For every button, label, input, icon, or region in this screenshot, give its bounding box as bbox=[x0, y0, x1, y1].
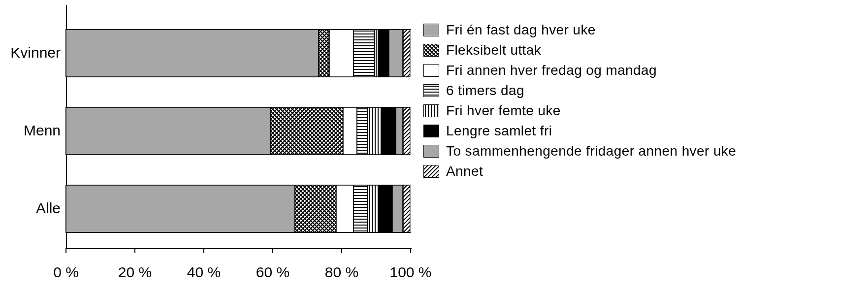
category-label-alle: Alle bbox=[1, 200, 61, 217]
legend-label: Annet bbox=[446, 163, 483, 179]
x-tick bbox=[410, 248, 411, 253]
legend-swatch bbox=[423, 64, 439, 77]
svg-rect-13 bbox=[375, 30, 378, 77]
x-tick bbox=[341, 248, 342, 253]
legend-item: Lengre samlet fri bbox=[423, 123, 857, 139]
svg-rect-20 bbox=[357, 107, 367, 155]
bar-row-alle bbox=[66, 185, 411, 232]
x-tick bbox=[134, 248, 135, 253]
svg-rect-14 bbox=[379, 30, 389, 77]
x-tick-label: 60 % bbox=[256, 264, 289, 281]
bar-segment bbox=[403, 30, 411, 77]
legend-item: To sammenhengende fridager annen hver uk… bbox=[423, 143, 857, 159]
svg-rect-15 bbox=[389, 30, 403, 77]
legend-item: Fri én fast dag hver uke bbox=[423, 22, 857, 38]
svg-rect-27 bbox=[336, 185, 354, 232]
x-tick-label: 0 % bbox=[53, 264, 79, 281]
svg-rect-30 bbox=[379, 185, 392, 232]
x-tick-label: 100 % bbox=[389, 264, 431, 281]
bar-row-menn bbox=[66, 107, 411, 155]
svg-rect-28 bbox=[354, 185, 367, 232]
x-tick bbox=[65, 248, 66, 253]
svg-rect-40 bbox=[424, 165, 439, 177]
bar-segment bbox=[66, 107, 271, 155]
svg-rect-11 bbox=[329, 30, 354, 77]
svg-rect-33 bbox=[424, 24, 439, 36]
legend-label: Fri én fast dag hver uke bbox=[446, 22, 596, 38]
svg-rect-23 bbox=[396, 107, 403, 155]
x-tick-label: 20 % bbox=[118, 264, 152, 281]
legend-swatch bbox=[423, 145, 439, 158]
bar-segment bbox=[382, 107, 396, 155]
svg-rect-34 bbox=[424, 44, 439, 56]
bar-segment bbox=[368, 107, 382, 155]
legend-item: Annet bbox=[423, 163, 857, 179]
chart-container: Kvinner Menn Alle 0 %20 %40 %60 %80 %100… bbox=[0, 0, 868, 294]
svg-rect-21 bbox=[368, 107, 382, 155]
svg-rect-22 bbox=[382, 107, 396, 155]
x-tick-label: 80 % bbox=[325, 264, 358, 281]
svg-rect-39 bbox=[424, 145, 439, 157]
x-tick bbox=[203, 248, 204, 253]
legend-swatch bbox=[423, 44, 439, 57]
bar-segment bbox=[329, 30, 354, 77]
svg-rect-18 bbox=[271, 107, 343, 155]
bar-segment bbox=[343, 107, 357, 155]
bar-segment bbox=[354, 30, 375, 77]
bar-segment bbox=[357, 107, 368, 155]
bar-segment bbox=[354, 185, 368, 232]
legend-swatch bbox=[423, 24, 439, 36]
legend-label: Fleksibelt uttak bbox=[446, 42, 541, 58]
bar-segment bbox=[336, 185, 354, 232]
bar-segment bbox=[389, 30, 403, 77]
svg-rect-10 bbox=[319, 30, 329, 77]
bar-segment bbox=[379, 185, 393, 232]
legend-item: Fri hver femte uke bbox=[423, 103, 857, 119]
svg-rect-19 bbox=[343, 107, 357, 155]
svg-rect-38 bbox=[424, 125, 439, 137]
legend-label: Fri annen hver fredag og mandag bbox=[446, 63, 657, 78]
svg-rect-9 bbox=[66, 30, 319, 77]
bar-segment bbox=[368, 185, 379, 232]
legend-swatch bbox=[423, 165, 439, 178]
svg-rect-26 bbox=[295, 185, 336, 232]
bar-segment bbox=[66, 30, 319, 77]
bar-segment bbox=[403, 185, 411, 232]
svg-rect-35 bbox=[424, 65, 439, 76]
legend: Fri én fast dag hver ukeFleksibelt uttak… bbox=[423, 18, 857, 184]
legend-label: 6 timers dag bbox=[446, 83, 524, 98]
svg-rect-17 bbox=[66, 107, 271, 155]
x-tick bbox=[272, 248, 273, 253]
bar-row-kvinner bbox=[66, 30, 411, 77]
x-tick-label: 40 % bbox=[187, 264, 221, 281]
svg-rect-24 bbox=[403, 107, 410, 155]
bar-segment bbox=[319, 30, 329, 77]
legend-item: Fri annen hver fredag og mandag bbox=[423, 63, 857, 78]
bar-segment bbox=[396, 107, 403, 155]
legend-item: 6 timers dag bbox=[423, 83, 857, 98]
legend-label: Lengre samlet fri bbox=[446, 123, 552, 139]
svg-rect-32 bbox=[403, 185, 410, 232]
svg-rect-12 bbox=[354, 30, 374, 77]
legend-swatch bbox=[423, 104, 439, 117]
svg-rect-31 bbox=[392, 185, 403, 232]
svg-rect-36 bbox=[424, 85, 439, 97]
bar-segment bbox=[392, 185, 403, 232]
svg-rect-16 bbox=[403, 30, 410, 77]
category-label-menn: Menn bbox=[1, 122, 61, 139]
legend-swatch bbox=[423, 125, 439, 137]
bar-segment bbox=[379, 30, 389, 77]
bar-segment bbox=[375, 30, 379, 77]
svg-rect-29 bbox=[368, 185, 378, 232]
category-label-kvinner: Kvinner bbox=[1, 44, 61, 61]
legend-item: Fleksibelt uttak bbox=[423, 42, 857, 58]
svg-rect-25 bbox=[66, 185, 295, 232]
legend-label: To sammenhengende fridager annen hver uk… bbox=[446, 143, 736, 159]
legend-label: Fri hver femte uke bbox=[446, 103, 561, 119]
bar-segment bbox=[66, 185, 295, 232]
svg-rect-37 bbox=[424, 105, 439, 117]
bar-segment bbox=[295, 185, 336, 232]
bar-segment bbox=[403, 107, 411, 155]
bar-segment bbox=[271, 107, 343, 155]
legend-swatch bbox=[423, 84, 439, 97]
